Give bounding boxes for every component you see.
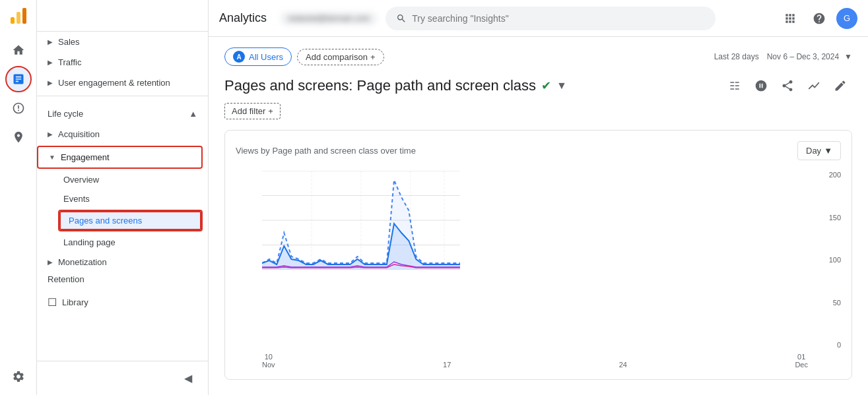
chevron-right-icon: ▶ (48, 79, 53, 86)
filter-right: Last 28 days Nov 6 – Dec 3, 2024 ▼ (714, 52, 852, 61)
explore-nav-icon[interactable] (5, 95, 32, 121)
all-users-chip[interactable]: A All Users (224, 47, 292, 66)
add-comparison-button[interactable]: Add comparison + (297, 49, 384, 65)
dropdown-arrow-icon: ▼ (824, 146, 832, 156)
sidebar-sub-item-pages-screens[interactable]: Pages and screens (59, 211, 201, 230)
user-avatar[interactable]: G (836, 8, 857, 29)
home-nav-icon[interactable] (5, 37, 32, 63)
compare-columns-icon[interactable] (723, 74, 747, 98)
y-label-50: 50 (833, 299, 841, 307)
add-filter-button[interactable]: Add filter + (224, 103, 281, 119)
date-dropdown-icon[interactable]: ▼ (844, 52, 852, 61)
sidebar-item-engagement[interactable]: ▼ Engagement (38, 147, 201, 167)
svg-rect-2 (22, 8, 26, 24)
sidebar-item-library[interactable]: ☐ Library (37, 291, 203, 314)
filter-bar: A All Users Add comparison + Last 28 day… (224, 47, 852, 66)
chevron-right-icon: ▶ (48, 131, 53, 138)
google-analytics-logo[interactable] (8, 5, 29, 26)
app-title: Analytics (219, 11, 267, 25)
sidebar-footer: ◀ (37, 361, 208, 395)
sidebar-item-traffic[interactable]: ▶ Traffic (37, 52, 203, 73)
date-range: Nov 6 – Dec 3, 2024 (767, 52, 839, 61)
day-dropdown[interactable]: Day ▼ (797, 141, 841, 160)
chevron-down-icon: ▼ (49, 154, 55, 161)
plus-icon: + (268, 106, 273, 116)
chart-header: Views by Page path and screen class over… (236, 141, 841, 160)
sidebar-sub-item-overview[interactable]: Overview (37, 170, 203, 189)
chart-wrapper: 200 150 100 50 0 (236, 171, 841, 369)
sidebar-item-user-engagement[interactable]: ▶ User engagement & retention (37, 73, 203, 93)
edit-icon[interactable] (828, 74, 852, 98)
share-icon[interactable] (776, 74, 799, 98)
sidebar-sub-item-events[interactable]: Events (37, 189, 203, 208)
help-icon[interactable] (807, 7, 831, 30)
plus-icon: + (370, 52, 376, 62)
sidebar-content: ▶ Sales ▶ Traffic ▶ User engagement & re… (37, 32, 208, 361)
x-label-10-nov: 10 Nov (262, 353, 275, 369)
status-check-icon: ✔ (541, 78, 551, 93)
reports-nav-icon[interactable] (5, 66, 32, 92)
chevron-right-icon: ▶ (48, 38, 53, 46)
y-label-0: 0 (837, 341, 841, 349)
x-axis: 10 Nov 17 24 01 Dec (262, 353, 808, 369)
sidebar-item-monetization[interactable]: ▶ Monetization (37, 252, 203, 272)
sidebar: ▶ Sales ▶ Traffic ▶ User engagement & re… (37, 0, 209, 395)
search-icon (396, 13, 407, 24)
chart-container: Views by Page path and screen class over… (224, 130, 852, 380)
title-dropdown-icon[interactable]: ▼ (556, 80, 567, 92)
content-area: A All Users Add comparison + Last 28 day… (209, 37, 868, 395)
grid-icon[interactable] (778, 7, 802, 30)
y-label-100: 100 (829, 256, 841, 264)
y-label-200: 200 (829, 171, 841, 179)
sidebar-item-sales[interactable]: ▶ Sales (37, 32, 203, 52)
chart-svg (262, 171, 460, 270)
page-actions (723, 74, 852, 98)
sidebar-item-retention[interactable]: Retention (37, 272, 203, 286)
collapse-sidebar-button[interactable]: ◀ (179, 367, 197, 390)
x-label-24: 24 (619, 361, 627, 369)
y-label-150: 150 (829, 214, 841, 222)
page-title: Pages and screens: Page path and screen … (224, 77, 567, 94)
advertising-nav-icon[interactable] (5, 124, 32, 150)
search-input[interactable] (412, 13, 705, 24)
sidebar-item-acquisition[interactable]: ▶ Acquisition (37, 124, 203, 144)
segment-icon: A (233, 51, 245, 63)
search-bar[interactable] (385, 7, 716, 30)
main-area: Analytics redacted@domain.com G (209, 0, 868, 395)
library-icon: ☐ (48, 296, 57, 309)
chevron-right-icon: ▶ (48, 258, 53, 266)
account-badge: redacted@domain.com (280, 11, 378, 26)
sidebar-sub-item-landing-page[interactable]: Landing page (37, 233, 203, 252)
topbar: Analytics redacted@domain.com G (209, 0, 868, 37)
trend-icon[interactable] (802, 74, 826, 98)
svg-rect-1 (17, 12, 20, 24)
annotate-icon[interactable] (749, 74, 773, 98)
svg-rect-0 (11, 17, 15, 24)
y-axis: 200 150 100 50 0 (815, 171, 841, 349)
settings-nav-icon[interactable] (5, 363, 32, 390)
chevron-right-icon: ▶ (48, 59, 53, 66)
filter-left: A All Users Add comparison + (224, 47, 384, 66)
topbar-right: G (778, 7, 857, 30)
x-label-17: 17 (443, 361, 451, 369)
chart-title: Views by Page path and screen class over… (236, 146, 416, 156)
sidebar-header (37, 0, 208, 32)
expand-icon: ▲ (189, 109, 197, 119)
page-title-row: Pages and screens: Page path and screen … (224, 74, 852, 98)
icon-bar (0, 0, 37, 395)
lifecycle-header[interactable]: Life cycle ▲ (37, 104, 208, 124)
x-label-01-dec: 01 Dec (795, 353, 808, 369)
